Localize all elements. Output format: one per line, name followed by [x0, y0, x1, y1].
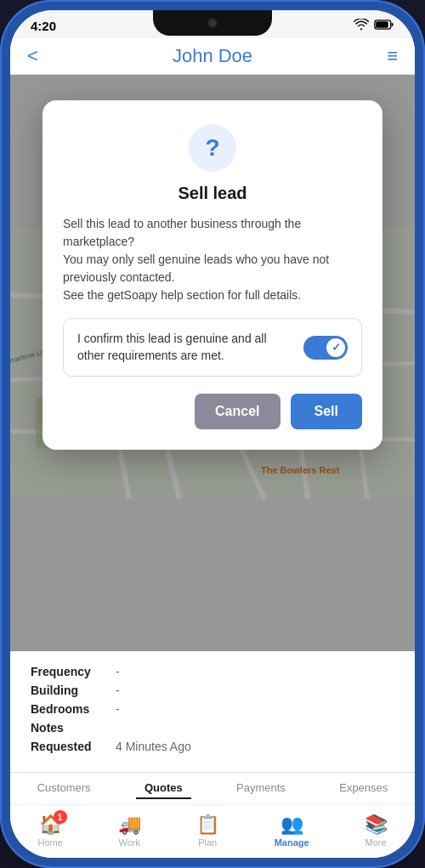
- table-row: Requested 4 Minutes Ago: [31, 740, 394, 753]
- tab-home[interactable]: 🏠 1 Home: [37, 814, 62, 848]
- modal-overlay: ? Sell lead Sell this lead to another bu…: [10, 75, 415, 651]
- modal-description: Sell this lead to another business throu…: [63, 215, 362, 304]
- table-row: Building -: [31, 684, 394, 697]
- modal-icon: ?: [189, 124, 236, 172]
- tab-quotes[interactable]: Quotes: [136, 778, 191, 799]
- status-time: 4:20: [31, 19, 56, 33]
- back-button[interactable]: <: [27, 45, 38, 67]
- confirm-toggle[interactable]: ✓: [303, 336, 348, 360]
- tab-plan-label: Plan: [198, 837, 217, 848]
- confirm-row: I confirm this lead is genuine and all o…: [63, 318, 362, 377]
- notch: [153, 10, 272, 36]
- toggle-track: ✓: [303, 336, 348, 360]
- detail-label-building: Building: [31, 684, 116, 697]
- cancel-button[interactable]: Cancel: [195, 394, 280, 429]
- tab-payments[interactable]: Payments: [228, 778, 294, 799]
- tab-more[interactable]: 📚 More: [365, 814, 388, 848]
- table-row: Bedrooms -: [31, 702, 394, 716]
- status-icons: [354, 19, 394, 33]
- sell-button[interactable]: Sell: [291, 394, 362, 429]
- content-area: Frequency - Building - Bedrooms - Notes …: [10, 651, 415, 772]
- tab-work-label: Work: [119, 837, 140, 848]
- battery-icon: [374, 19, 394, 33]
- detail-label-notes: Notes: [31, 721, 116, 735]
- tab-manage-label: Manage: [275, 837, 309, 848]
- tab-customers[interactable]: Customers: [29, 778, 99, 799]
- tab-home-label: Home: [37, 837, 62, 848]
- home-badge: 1: [54, 810, 67, 824]
- question-mark-icon: ?: [205, 136, 219, 160]
- tab-more-label: More: [366, 837, 387, 848]
- primary-tabs: 🏠 1 Home 🚚 Work 📋 Plan 👥 Manage: [10, 808, 415, 848]
- modal-buttons: Cancel Sell: [63, 394, 362, 429]
- secondary-tabs: Customers Quotes Payments Expenses: [10, 778, 415, 805]
- toggle-thumb: ✓: [326, 338, 345, 357]
- work-icon: 🚚: [118, 814, 141, 836]
- tab-work[interactable]: 🚚 Work: [118, 814, 141, 848]
- confirm-text: I confirm this lead is genuine and all o…: [77, 331, 303, 364]
- detail-label-bedrooms: Bedrooms: [31, 702, 116, 716]
- app-header: < John Doe ≡: [10, 38, 415, 75]
- sell-lead-modal: ? Sell lead Sell this lead to another bu…: [42, 100, 382, 450]
- tab-manage[interactable]: 👥 Manage: [275, 814, 309, 848]
- tab-plan[interactable]: 📋 Plan: [196, 814, 219, 848]
- page-title: John Doe: [38, 45, 387, 67]
- svg-rect-1: [376, 21, 388, 28]
- map-area: Wee Blue Coo Zest Energy Wee Mack's Nurs…: [10, 75, 415, 651]
- detail-label-frequency: Frequency: [31, 665, 116, 678]
- bottom-navigation: Customers Quotes Payments Expenses 🏠 1 H…: [10, 772, 415, 858]
- notch-camera: [207, 18, 218, 28]
- toggle-check-icon: ✓: [332, 341, 341, 354]
- phone-screen: 4:20: [10, 10, 415, 858]
- menu-button[interactable]: ≡: [387, 45, 398, 67]
- detail-value-bedrooms: -: [116, 702, 120, 716]
- phone-frame: 4:20: [0, 0, 425, 868]
- table-row: Frequency -: [31, 665, 394, 678]
- manage-icon: 👥: [280, 814, 303, 836]
- more-icon: 📚: [365, 814, 388, 836]
- plan-icon: 📋: [196, 814, 219, 836]
- wifi-icon: [354, 19, 369, 33]
- detail-value-requested: 4 Minutes Ago: [116, 740, 191, 753]
- modal-title: Sell lead: [63, 184, 362, 203]
- table-row: Notes: [31, 721, 394, 735]
- detail-value-frequency: -: [116, 665, 120, 678]
- detail-value-building: -: [116, 684, 120, 697]
- tab-expenses[interactable]: Expenses: [331, 778, 396, 799]
- detail-label-requested: Requested: [31, 740, 116, 753]
